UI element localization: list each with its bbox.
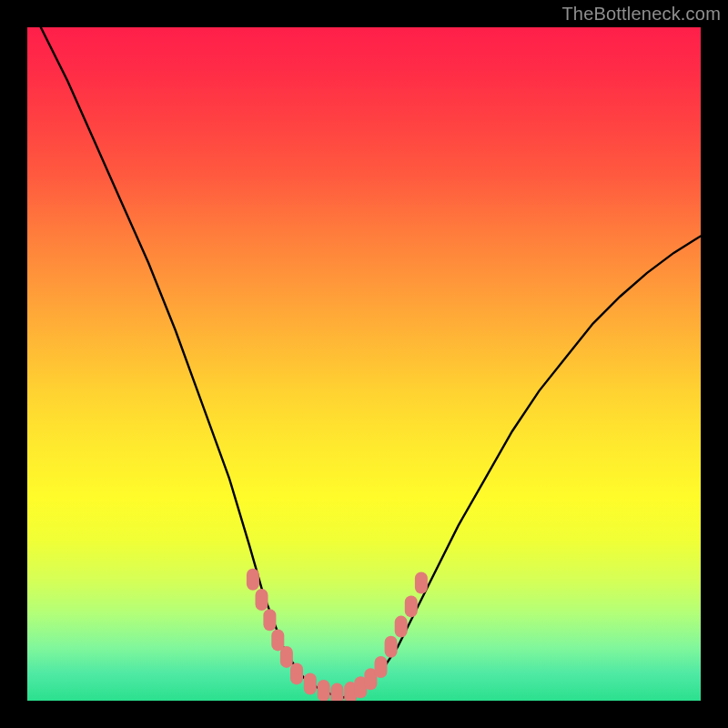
- marker-dot: [405, 595, 418, 617]
- watermark-text: TheBottleneck.com: [561, 4, 721, 25]
- marker-dot: [375, 656, 388, 678]
- curve-layer: [27, 27, 701, 701]
- marker-dot: [263, 609, 276, 631]
- marker-dot: [304, 673, 317, 695]
- marker-dot: [330, 683, 343, 701]
- chart-frame: TheBottleneck.com: [0, 0, 728, 728]
- marker-dot: [318, 680, 330, 701]
- marker-dot: [247, 569, 259, 591]
- marker-dot: [395, 616, 408, 638]
- marker-dot: [256, 589, 268, 611]
- marker-dot: [415, 572, 428, 594]
- marker-dot: [290, 662, 303, 684]
- marker-dots: [247, 569, 428, 701]
- marker-dot: [385, 636, 398, 658]
- plot-area: [27, 27, 701, 701]
- left-curve-path: [41, 27, 344, 697]
- marker-dot: [280, 646, 293, 668]
